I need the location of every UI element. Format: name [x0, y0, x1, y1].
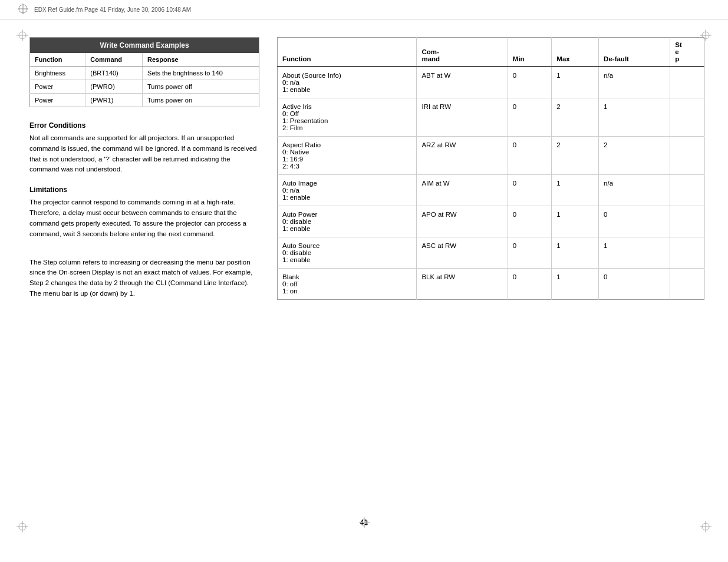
func-row-3-command: AIM at W: [417, 175, 508, 206]
wce-row-2-response: Turns power on: [143, 94, 259, 107]
func-row-0-default: n/a: [599, 67, 670, 98]
func-row-5-command: ASC at RW: [417, 237, 508, 269]
func-row-5-min: 0: [508, 237, 552, 269]
func-row-5-default: 1: [599, 237, 670, 269]
func-row-0-function: About (Source Info) 0: n/a 1: enable: [278, 67, 417, 98]
func-col-max: Max: [552, 38, 599, 67]
write-command-table: Write Command Examples Function Command …: [29, 37, 259, 107]
func-col-step: Step: [670, 38, 704, 67]
func-row-4-default: 0: [599, 206, 670, 237]
corner-mark-tr: [700, 29, 711, 41]
left-column: Write Command Examples Function Command …: [29, 37, 259, 300]
wce-row-0-response: Sets the brightness to 140: [143, 67, 259, 80]
func-table-row-5: Auto Source 0: disable 1: enableASC at R…: [278, 237, 704, 269]
wce-row-1: Power (PWRO) Turns power off: [30, 80, 259, 94]
func-row-4-min: 0: [508, 206, 552, 237]
function-table: Function Com-mand Min Max De-fault Step …: [277, 37, 704, 300]
bottom-crosshair-icon: [359, 517, 370, 530]
header-crosshair-icon: [18, 4, 28, 15]
func-row-6-default: 0: [599, 269, 670, 300]
func-row-4-max: 1: [552, 206, 599, 237]
func-table-row-4: Auto Power 0: disable 1: enableAPO at RW…: [278, 206, 704, 237]
step-note-text: The Step column refers to increasing or …: [29, 257, 259, 299]
header-file-info: EDX Ref Guide.fm Page 41 Friday, June 30…: [34, 6, 191, 13]
wce-row-2-function: Power: [30, 94, 85, 107]
func-table-row-3: Auto Image 0: n/a 1: enableAIM at W01n/a: [278, 175, 704, 206]
func-row-0-min: 0: [508, 67, 552, 98]
wce-header-row: Function Command Response: [30, 53, 259, 67]
func-row-1-function: Active Iris 0: Off 1: Presentation 2: Fi…: [278, 98, 417, 137]
func-table-row-1: Active Iris 0: Off 1: Presentation 2: Fi…: [278, 98, 704, 137]
func-row-2-function: Aspect Ratio 0: Native 1: 16:9 2: 4:3: [278, 137, 417, 175]
error-conditions-heading: Error Conditions: [29, 121, 259, 130]
func-row-1-command: IRI at RW: [417, 98, 508, 137]
func-row-3-step: [670, 175, 704, 206]
error-conditions-text: Not all commands are supported for all p…: [29, 133, 259, 175]
wce-title: Write Command Examples: [30, 38, 259, 54]
func-row-0-max: 1: [552, 67, 599, 98]
func-row-1-step: [670, 98, 704, 137]
func-row-3-default: n/a: [599, 175, 670, 206]
wce-row-0-command: (BRT140): [85, 67, 143, 80]
func-table-row-0: About (Source Info) 0: n/a 1: enableABT …: [278, 67, 704, 98]
func-row-3-min: 0: [508, 175, 552, 206]
wce-row-1-command: (PWRO): [85, 80, 143, 94]
func-col-min: Min: [508, 38, 552, 67]
wce-title-row: Write Command Examples: [30, 38, 259, 54]
header-bar: EDX Ref Guide.fm Page 41 Friday, June 30…: [0, 0, 728, 19]
wce-row-0: Brightness (BRT140) Sets the brightness …: [30, 67, 259, 80]
wce-row-0-function: Brightness: [30, 67, 85, 80]
func-row-4-step: [670, 206, 704, 237]
func-row-2-default: 2: [599, 137, 670, 175]
right-column: Function Com-mand Min Max De-fault Step …: [277, 37, 704, 300]
func-row-1-default: 1: [599, 98, 670, 137]
func-row-5-step: [670, 237, 704, 269]
func-row-4-function: Auto Power 0: disable 1: enable: [278, 206, 417, 237]
func-row-2-max: 2: [552, 137, 599, 175]
func-row-6-command: BLK at RW: [417, 269, 508, 300]
func-table-row-6: Blank 0: off 1: onBLK at RW010: [278, 269, 704, 300]
limitations-heading: Limitations: [29, 186, 259, 194]
func-row-2-min: 0: [508, 137, 552, 175]
func-row-3-function: Auto Image 0: n/a 1: enable: [278, 175, 417, 206]
func-row-0-command: ABT at W: [417, 67, 508, 98]
func-row-2-step: [670, 137, 704, 175]
func-row-6-step: [670, 269, 704, 300]
func-row-6-min: 0: [508, 269, 552, 300]
page-container: EDX Ref Guide.fm Page 41 Friday, June 30…: [0, 0, 728, 562]
func-row-1-max: 2: [552, 98, 599, 137]
wce-row-2-command: (PWR1): [85, 94, 143, 107]
limitations-text: The projector cannot respond to commands…: [29, 197, 259, 239]
wce-row-1-response: Turns power off: [143, 80, 259, 94]
func-row-6-max: 1: [552, 269, 599, 300]
func-row-2-command: ARZ at RW: [417, 137, 508, 175]
wce-col-response: Response: [143, 53, 259, 67]
func-row-5-function: Auto Source 0: disable 1: enable: [278, 237, 417, 269]
func-row-4-command: APO at RW: [417, 206, 508, 237]
wce-row-2: Power (PWR1) Turns power on: [30, 94, 259, 107]
func-col-default: De-fault: [599, 38, 670, 67]
func-row-3-max: 1: [552, 175, 599, 206]
func-col-function: Function: [278, 38, 417, 67]
wce-col-function: Function: [30, 53, 85, 67]
func-row-1-min: 0: [508, 98, 552, 137]
corner-mark-tl: [17, 29, 28, 41]
func-row-5-max: 1: [552, 237, 599, 269]
wce-col-command: Command: [85, 53, 143, 67]
func-table-row-2: Aspect Ratio 0: Native 1: 16:9 2: 4:3ARZ…: [278, 137, 704, 175]
func-row-6-function: Blank 0: off 1: on: [278, 269, 417, 300]
func-col-command: Com-mand: [417, 38, 508, 67]
content-area: Write Command Examples Function Command …: [0, 19, 728, 312]
wce-row-1-function: Power: [30, 80, 85, 94]
func-table-header-row: Function Com-mand Min Max De-fault Step: [278, 38, 704, 67]
func-row-0-step: [670, 67, 704, 98]
